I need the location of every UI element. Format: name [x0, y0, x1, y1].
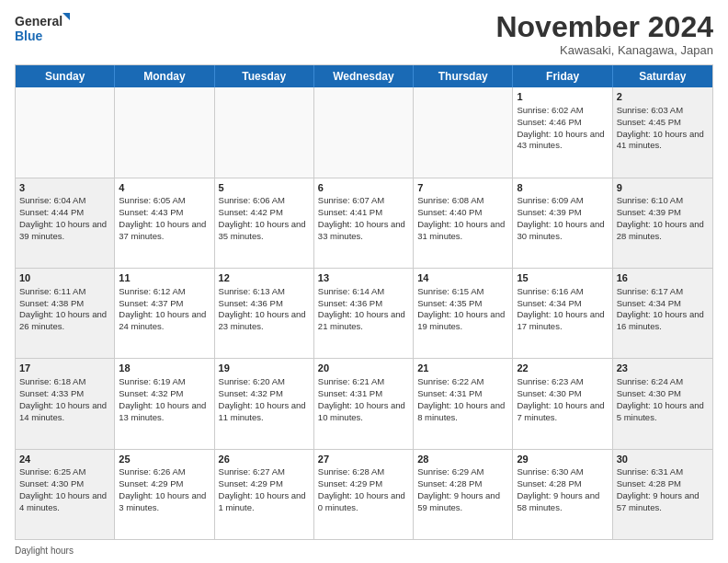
calendar-cell: 7Sunrise: 6:08 AM Sunset: 4:40 PM Daylig…	[414, 178, 513, 268]
day-number: 30	[617, 453, 709, 466]
logo: General Blue	[15, 11, 70, 46]
calendar-cell: 10Sunrise: 6:11 AM Sunset: 4:38 PM Dayli…	[16, 269, 115, 358]
calendar-cell: 18Sunrise: 6:19 AM Sunset: 4:32 PM Dayli…	[115, 359, 214, 448]
day-info: Sunrise: 6:23 AM Sunset: 4:30 PM Dayligh…	[517, 376, 604, 421]
day-info: Sunrise: 6:20 AM Sunset: 4:32 PM Dayligh…	[219, 376, 306, 421]
day-number: 10	[19, 271, 110, 285]
day-info: Sunrise: 6:27 AM Sunset: 4:29 PM Dayligh…	[219, 466, 306, 511]
day-info: Sunrise: 6:10 AM Sunset: 4:39 PM Dayligh…	[617, 195, 704, 240]
day-info: Sunrise: 6:05 AM Sunset: 4:43 PM Dayligh…	[119, 195, 206, 240]
calendar-cell: 6Sunrise: 6:07 AM Sunset: 4:41 PM Daylig…	[314, 178, 414, 268]
calendar-cell	[314, 87, 414, 177]
day-number: 14	[417, 271, 508, 285]
calendar-header-cell: Thursday	[414, 65, 513, 87]
day-number: 19	[219, 362, 310, 375]
day-info: Sunrise: 6:12 AM Sunset: 4:37 PM Dayligh…	[119, 286, 206, 331]
calendar-cell: 12Sunrise: 6:13 AM Sunset: 4:36 PM Dayli…	[215, 269, 314, 358]
day-info: Sunrise: 6:17 AM Sunset: 4:34 PM Dayligh…	[617, 286, 704, 331]
day-info: Sunrise: 6:14 AM Sunset: 4:36 PM Dayligh…	[318, 286, 405, 331]
calendar-cell: 9Sunrise: 6:10 AM Sunset: 4:39 PM Daylig…	[613, 178, 712, 268]
day-number: 21	[417, 362, 508, 375]
calendar-cell: 29Sunrise: 6:30 AM Sunset: 4:28 PM Dayli…	[513, 450, 612, 539]
calendar-header-cell: Wednesday	[314, 65, 414, 87]
day-number: 18	[119, 362, 210, 375]
calendar: SundayMondayTuesdayWednesdayThursdayFrid…	[15, 64, 713, 540]
page: General Blue November 2024 Kawasaki, Kan…	[0, 0, 728, 563]
day-info: Sunrise: 6:21 AM Sunset: 4:31 PM Dayligh…	[318, 376, 405, 421]
calendar-header-cell: Saturday	[613, 65, 712, 87]
day-info: Sunrise: 6:13 AM Sunset: 4:36 PM Dayligh…	[219, 286, 306, 331]
calendar-cell: 15Sunrise: 6:16 AM Sunset: 4:34 PM Dayli…	[513, 269, 612, 358]
calendar-cell: 30Sunrise: 6:31 AM Sunset: 4:28 PM Dayli…	[613, 450, 712, 539]
day-info: Sunrise: 6:15 AM Sunset: 4:35 PM Dayligh…	[417, 286, 505, 331]
day-info: Sunrise: 6:18 AM Sunset: 4:33 PM Dayligh…	[19, 376, 107, 421]
day-info: Sunrise: 6:07 AM Sunset: 4:41 PM Dayligh…	[318, 195, 405, 240]
calendar-cell: 2Sunrise: 6:03 AM Sunset: 4:45 PM Daylig…	[613, 87, 712, 177]
day-number: 5	[219, 181, 310, 195]
day-number: 6	[318, 181, 409, 195]
day-number: 11	[119, 271, 210, 285]
calendar-cell: 4Sunrise: 6:05 AM Sunset: 4:43 PM Daylig…	[115, 178, 214, 268]
calendar-cell: 11Sunrise: 6:12 AM Sunset: 4:37 PM Dayli…	[115, 269, 214, 358]
svg-marker-2	[63, 13, 70, 20]
calendar-cell: 3Sunrise: 6:04 AM Sunset: 4:44 PM Daylig…	[16, 178, 115, 268]
calendar-cell	[215, 87, 314, 177]
day-number: 1	[517, 90, 608, 104]
calendar-header-cell: Monday	[115, 65, 214, 87]
calendar-row: 10Sunrise: 6:11 AM Sunset: 4:38 PM Dayli…	[16, 268, 712, 358]
calendar-cell: 17Sunrise: 6:18 AM Sunset: 4:33 PM Dayli…	[16, 359, 115, 448]
svg-text:General: General	[15, 14, 63, 29]
footer-text: Daylight hours	[15, 546, 74, 556]
location: Kawasaki, Kanagawa, Japan	[495, 43, 713, 57]
calendar-cell: 16Sunrise: 6:17 AM Sunset: 4:34 PM Dayli…	[613, 269, 712, 358]
day-info: Sunrise: 6:16 AM Sunset: 4:34 PM Dayligh…	[517, 286, 604, 331]
calendar-cell: 19Sunrise: 6:20 AM Sunset: 4:32 PM Dayli…	[215, 359, 314, 448]
day-number: 17	[19, 362, 110, 375]
day-info: Sunrise: 6:04 AM Sunset: 4:44 PM Dayligh…	[19, 195, 107, 240]
day-number: 27	[318, 453, 409, 466]
month-title: November 2024	[495, 11, 713, 43]
calendar-row: 1Sunrise: 6:02 AM Sunset: 4:46 PM Daylig…	[16, 87, 712, 177]
calendar-cell: 8Sunrise: 6:09 AM Sunset: 4:39 PM Daylig…	[513, 178, 612, 268]
day-info: Sunrise: 6:19 AM Sunset: 4:32 PM Dayligh…	[119, 376, 206, 421]
day-number: 8	[517, 181, 608, 195]
calendar-header-row: SundayMondayTuesdayWednesdayThursdayFrid…	[16, 65, 712, 87]
day-info: Sunrise: 6:26 AM Sunset: 4:29 PM Dayligh…	[119, 466, 206, 511]
day-number: 2	[617, 90, 709, 104]
day-info: Sunrise: 6:24 AM Sunset: 4:30 PM Dayligh…	[617, 376, 704, 421]
calendar-row: 3Sunrise: 6:04 AM Sunset: 4:44 PM Daylig…	[16, 178, 712, 268]
header: General Blue November 2024 Kawasaki, Kan…	[15, 11, 713, 57]
day-number: 12	[219, 271, 310, 285]
calendar-cell: 21Sunrise: 6:22 AM Sunset: 4:31 PM Dayli…	[414, 359, 513, 448]
calendar-cell	[414, 87, 513, 177]
calendar-cell: 20Sunrise: 6:21 AM Sunset: 4:31 PM Dayli…	[314, 359, 414, 448]
day-info: Sunrise: 6:08 AM Sunset: 4:40 PM Dayligh…	[417, 195, 505, 240]
day-info: Sunrise: 6:30 AM Sunset: 4:28 PM Dayligh…	[517, 466, 599, 511]
calendar-header-cell: Tuesday	[215, 65, 314, 87]
day-info: Sunrise: 6:06 AM Sunset: 4:42 PM Dayligh…	[219, 195, 306, 240]
calendar-row: 24Sunrise: 6:25 AM Sunset: 4:30 PM Dayli…	[16, 449, 712, 539]
svg-text:Blue: Blue	[15, 29, 43, 43]
day-number: 16	[617, 271, 709, 285]
day-info: Sunrise: 6:09 AM Sunset: 4:39 PM Dayligh…	[517, 195, 604, 240]
day-number: 26	[219, 453, 310, 466]
day-number: 4	[119, 181, 210, 195]
calendar-cell: 13Sunrise: 6:14 AM Sunset: 4:36 PM Dayli…	[314, 269, 414, 358]
calendar-cell	[16, 87, 115, 177]
calendar-cell: 24Sunrise: 6:25 AM Sunset: 4:30 PM Dayli…	[16, 450, 115, 539]
calendar-cell: 25Sunrise: 6:26 AM Sunset: 4:29 PM Dayli…	[115, 450, 214, 539]
day-info: Sunrise: 6:03 AM Sunset: 4:45 PM Dayligh…	[617, 105, 704, 150]
day-info: Sunrise: 6:28 AM Sunset: 4:29 PM Dayligh…	[318, 466, 405, 511]
calendar-cell: 14Sunrise: 6:15 AM Sunset: 4:35 PM Dayli…	[414, 269, 513, 358]
footer: Daylight hours	[15, 546, 713, 556]
calendar-cell: 27Sunrise: 6:28 AM Sunset: 4:29 PM Dayli…	[314, 450, 414, 539]
day-number: 24	[19, 453, 110, 466]
calendar-cell	[115, 87, 214, 177]
calendar-row: 17Sunrise: 6:18 AM Sunset: 4:33 PM Dayli…	[16, 358, 712, 448]
calendar-header-cell: Friday	[513, 65, 612, 87]
day-number: 15	[517, 271, 608, 285]
day-number: 22	[517, 362, 608, 375]
day-info: Sunrise: 6:25 AM Sunset: 4:30 PM Dayligh…	[19, 466, 107, 511]
day-info: Sunrise: 6:02 AM Sunset: 4:46 PM Dayligh…	[517, 105, 604, 150]
day-number: 20	[318, 362, 409, 375]
